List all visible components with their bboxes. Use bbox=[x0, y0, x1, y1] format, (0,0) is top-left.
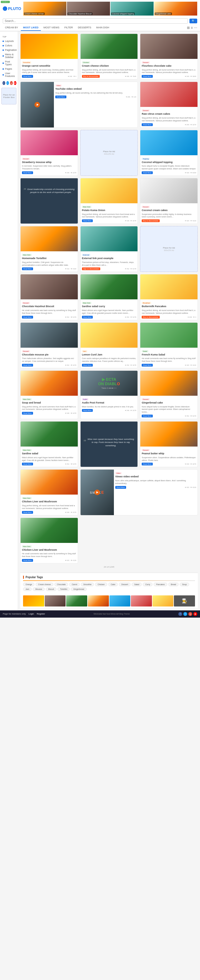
external-button[interactable]: Sign on discountuber bbox=[82, 267, 100, 270]
tag-orange[interactable]: Orange bbox=[23, 582, 35, 586]
tab-cream-by[interactable]: CREAM BY bbox=[3, 25, 20, 31]
facebook-icon[interactable]: f bbox=[3, 81, 5, 85]
read-more-button[interactable]: Read More bbox=[82, 316, 93, 318]
tag-bread[interactable]: Bread bbox=[168, 582, 179, 586]
read-more-button[interactable]: Read More bbox=[22, 316, 33, 318]
search-button[interactable]: 🔍 bbox=[189, 19, 197, 23]
read-more-button[interactable]: Read More bbox=[22, 171, 33, 174]
tab-filter[interactable]: FILTER bbox=[62, 25, 75, 31]
tag-biscuit[interactable]: Biscuit bbox=[46, 587, 57, 591]
read-more-button[interactable]: Read More bbox=[142, 75, 153, 78]
sidebar-item-menus[interactable]: Menu & Sidebar bbox=[2, 52, 16, 59]
card-footer: Read More ♥ 349 👁 3278 bbox=[22, 171, 76, 174]
read-more-button[interactable]: Read More bbox=[22, 511, 33, 514]
search-input[interactable] bbox=[3, 18, 188, 24]
read-more-button[interactable]: Read More bbox=[142, 123, 153, 126]
card-stats: ♥ 452 👁 5278 bbox=[125, 316, 136, 318]
tag-smoothie[interactable]: Smoothie bbox=[81, 582, 94, 586]
tag-curry[interactable]: Curry bbox=[143, 582, 152, 586]
tag-cake[interactable]: Cake bbox=[108, 582, 118, 586]
read-more-button[interactable]: Read More bbox=[142, 463, 153, 465]
read-more-button[interactable]: Read More bbox=[142, 364, 153, 367]
tag-soup[interactable]: Soup bbox=[180, 582, 189, 586]
read-more-button[interactable]: Read More bbox=[22, 75, 33, 78]
footer-strip-item-1[interactable] bbox=[23, 595, 44, 606]
read-more-button[interactable]: Read More bbox=[22, 267, 33, 270]
footer-strip-item-6[interactable] bbox=[131, 595, 152, 606]
sidebar-ad[interactable]: Place for anFlooter Box bbox=[2, 88, 16, 104]
sidebar-item-layouts[interactable]: Layouts bbox=[2, 39, 16, 43]
card-tag: Video bbox=[55, 84, 62, 87]
sidebar-item-post-types[interactable]: Post Types bbox=[2, 59, 16, 67]
card-text: Then hallucinate ultrices phasellus. Sed… bbox=[22, 357, 76, 363]
more-icon[interactable]: ⋯ bbox=[194, 26, 197, 30]
buy-button[interactable]: Buy on discountuber bbox=[142, 220, 160, 222]
ad-card-right[interactable]: Place for Ad300x250 Ad bbox=[140, 226, 198, 272]
footer-twitter-icon[interactable]: t bbox=[183, 612, 187, 616]
footer-strip-item-8[interactable]: 👨‍🍳 bbox=[174, 595, 195, 606]
read-more-button[interactable]: Read More bbox=[142, 171, 153, 174]
hero-item-2[interactable]: Chocolate Hazelnut Biscuit bbox=[67, 2, 110, 16]
tag-carrot[interactable]: Carrot bbox=[69, 582, 79, 586]
ad-card-left[interactable]: Place for Ad300x250 Ad bbox=[80, 130, 138, 176]
read-more-button[interactable]: Read More bbox=[22, 559, 33, 562]
buy-button[interactable]: Buy on discountuber bbox=[142, 316, 160, 318]
read-more-button[interactable]: Read More bbox=[22, 364, 33, 367]
footer-strip-item-5[interactable] bbox=[110, 595, 130, 606]
footer-strip-item-7[interactable] bbox=[152, 595, 174, 606]
tag-gingerbread[interactable]: Gingerbread bbox=[71, 587, 87, 591]
footer-strip-item-4[interactable] bbox=[88, 595, 109, 606]
read-more-button[interactable]: Read More bbox=[22, 412, 33, 415]
tab-main-dish[interactable]: MAIN DISH bbox=[94, 25, 112, 31]
grid-icon[interactable]: ⊞ bbox=[187, 26, 190, 30]
read-more-button[interactable]: Read More bbox=[22, 463, 33, 465]
hero-item-4[interactable]: Gingerbread cake bbox=[154, 2, 197, 16]
tag-jam[interactable]: Jam bbox=[23, 587, 32, 591]
footer-login-link[interactable]: Login bbox=[29, 612, 34, 615]
sidebar-item-pagination[interactable]: Pagination bbox=[2, 48, 16, 52]
views-stat: 👁 5278 bbox=[130, 268, 136, 270]
read-more-button[interactable]: Read More bbox=[115, 486, 126, 489]
read-more-button[interactable]: Read More bbox=[142, 415, 153, 417]
read-more-button[interactable]: Read More bbox=[82, 409, 93, 412]
tag-chicken[interactable]: Chicken bbox=[95, 582, 107, 586]
likes-stat: ♥ 420 bbox=[185, 364, 189, 366]
googleplus-icon[interactable]: g bbox=[10, 81, 13, 85]
footer-youtube-icon[interactable]: ▶ bbox=[193, 612, 197, 616]
card-footer: Read More ♥ 349 👁 3948 bbox=[142, 75, 196, 78]
youtube-icon[interactable]: ▶ bbox=[14, 81, 17, 85]
footer-facebook-icon[interactable]: f bbox=[178, 612, 182, 616]
tag-pancakes[interactable]: Pancakes bbox=[154, 582, 167, 586]
logo[interactable]: PLUTO bbox=[3, 6, 21, 11]
footer-strip-item-2[interactable] bbox=[45, 595, 66, 606]
hero-item-1[interactable]: Cream cheese roll tan bbox=[23, 2, 67, 16]
read-more-button[interactable]: Read More bbox=[82, 364, 93, 367]
footer-strip-item-3[interactable] bbox=[66, 595, 87, 606]
read-more-button[interactable]: Read More bbox=[55, 95, 67, 98]
tag-salad[interactable]: Salad bbox=[132, 582, 142, 586]
card-title: Audio Post Format bbox=[82, 401, 137, 405]
tag-mousse[interactable]: Mousse bbox=[33, 587, 45, 591]
tag-tortellini[interactable]: Tortellini bbox=[57, 587, 70, 591]
tag-cream-cheese[interactable]: Cream cheese bbox=[36, 582, 53, 586]
sidebar-item-user-features[interactable]: User Features bbox=[2, 71, 16, 78]
sidebar-item-colors[interactable]: Colors bbox=[2, 43, 16, 48]
tab-desserts[interactable]: DESSERTS bbox=[76, 25, 93, 31]
card-homemade-tortellini: Main Dish Homemade Tortellini Slug perfe… bbox=[20, 226, 78, 272]
tab-most-views[interactable]: MOST VIEWS bbox=[41, 25, 62, 31]
tag-dessert[interactable]: Dessert bbox=[119, 582, 130, 586]
video-play-overlay[interactable] bbox=[94, 490, 100, 495]
video-play-overlay[interactable] bbox=[35, 102, 40, 107]
twitter-icon[interactable]: t bbox=[6, 81, 9, 85]
tab-most-liked[interactable]: MOST LIKED bbox=[21, 25, 41, 31]
hero-item-3[interactable]: Coconut whipped topping bbox=[111, 2, 154, 16]
buy-button[interactable]: Buy on discountuber bbox=[82, 75, 100, 78]
footer-googleplus-icon[interactable]: g bbox=[188, 612, 192, 616]
list-icon[interactable]: ≡ bbox=[191, 26, 193, 30]
card-gingerbread-cake: Dessert Gingerbread cake Nunc aliquet tu… bbox=[140, 371, 198, 419]
footer-register-link[interactable]: Register bbox=[37, 612, 45, 615]
read-more-button[interactable]: Read More bbox=[82, 220, 93, 222]
tag-chocolate[interactable]: Chocolate bbox=[54, 582, 68, 586]
sidebar-item-pages[interactable]: Pages bbox=[2, 67, 16, 71]
card-image bbox=[21, 323, 78, 348]
